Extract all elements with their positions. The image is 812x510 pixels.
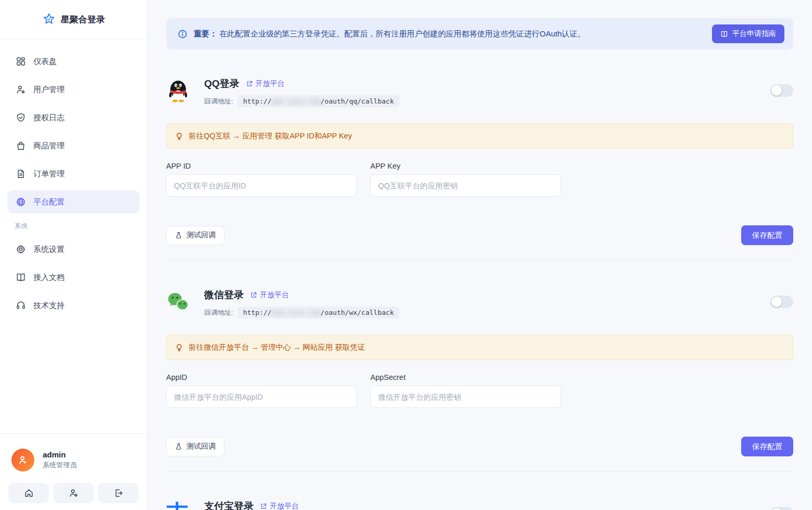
external-link-icon [246,80,253,87]
nav-section-label: 系统 [15,222,140,231]
sidebar-item-users[interactable]: 用户管理 [7,78,140,101]
toggle-knob [771,508,782,510]
qq-open-platform-link[interactable]: 开放平台 [246,79,285,88]
flask-icon [175,232,182,239]
banner-body: 在此配置企业级的第三方登录凭证。配置后，所有注册用户创建的应用都将使用这些凭证进… [219,29,585,38]
user-gear-icon [16,84,26,95]
sidebar-item-label: 授权日志 [33,113,65,123]
user-card: admin 系统管理员 [8,449,139,471]
wechat-appsecret-input[interactable] [370,386,561,408]
wechat-test-callback-button[interactable]: 测试回调 [166,437,224,456]
logout-icon [114,488,123,498]
platform-guide-button[interactable]: 平台申请指南 [712,24,784,43]
qq-appid-label: APP ID [166,162,357,170]
flask-icon [175,443,182,450]
platform-card-alipay: 支 支付宝登录 开放平台 [166,472,793,510]
document-icon [16,169,26,179]
qq-appid-input[interactable] [166,174,357,197]
qq-appkey-input[interactable] [370,174,561,197]
alipay-logo-icon: 支 [166,501,190,510]
alipay-open-platform-link[interactable]: 开放平台 [260,502,299,510]
alipay-enable-toggle[interactable] [770,507,793,510]
guide-button-label: 平台申请指南 [732,29,776,39]
shopping-bag-icon [16,141,26,151]
wechat-callback-url: http://www.xxxx.com/oauth/wx/callback [238,307,400,318]
star-logo-icon [42,12,56,26]
toggle-knob [771,85,782,96]
main-content: 重要：在此配置企业级的第三方登录凭证。配置后，所有注册用户创建的应用都将使用这些… [147,0,812,510]
important-banner: 重要：在此配置企业级的第三方登录凭证。配置后，所有注册用户创建的应用都将使用这些… [166,18,793,49]
sidebar-item-support[interactable]: 技术支持 [7,294,140,317]
sidebar-item-label: 订单管理 [33,169,65,179]
blurred-domain: www.xxxx.com [271,97,320,105]
wechat-enable-toggle[interactable] [770,296,793,308]
wechat-appid-input[interactable] [166,386,357,408]
sidebar: 星聚合登录 仪表盘 用户管理 [0,0,147,510]
sidebar-footer: admin 系统管理员 [0,434,147,510]
blurred-domain: www.xxxx.com [271,309,320,316]
qq-test-callback-button[interactable]: 测试回调 [166,226,224,245]
sidebar-item-label: 用户管理 [33,85,65,95]
book-icon [720,30,728,38]
platform-card-qq: QQ登录 开放平台 回调地址: http://www.xxxx [166,49,793,261]
qq-logo-icon [166,79,190,103]
user-name: admin [43,450,77,459]
qq-save-config-button[interactable]: 保存配置 [741,225,793,245]
sidebar-item-system-settings[interactable]: 系统设置 [7,238,140,261]
sidebar-item-label: 系统设置 [33,245,65,254]
qq-tip: 前往QQ互联 → 应用管理 获取APP ID和APP Key [166,123,793,149]
shield-check-icon [16,112,26,123]
info-icon [178,29,188,39]
home-icon [24,488,34,498]
sidebar-item-docs[interactable]: 接入文档 [7,266,140,289]
sidebar-item-dashboard[interactable]: 仪表盘 [7,50,140,73]
sidebar-item-label: 技术支持 [33,301,65,311]
sidebar-item-label: 接入文档 [33,273,65,283]
sidebar-item-label: 仪表盘 [33,57,57,67]
wechat-tip: 前往微信开放平台 → 管理中心 → 网站应用 获取凭证 [166,335,793,360]
wechat-title: 微信登录 [204,288,244,302]
sidebar-item-orders[interactable]: 订单管理 [7,162,140,185]
open-book-icon [16,272,26,283]
sidebar-nav: 仪表盘 用户管理 授权日志 [0,39,147,434]
wechat-appid-label: AppID [166,373,357,381]
sidebar-item-label: 商品管理 [33,141,65,151]
qq-appkey-label: APP Key [370,162,561,170]
alipay-title: 支付宝登录 [204,500,254,510]
wechat-appsecret-label: AppSecret [370,373,561,381]
wechat-save-config-button[interactable]: 保存配置 [741,437,793,456]
avatar [11,449,34,471]
wechat-open-platform-link[interactable]: 开放平台 [250,290,289,300]
external-link-icon [250,291,257,299]
gear-icon [16,244,26,254]
sidebar-item-products[interactable]: 商品管理 [7,134,140,157]
qq-callback-url: http://www.xxxx.com/oauth/qq/callback [238,95,400,107]
lightbulb-icon [175,343,183,352]
callback-label: 回调地址: [204,308,233,317]
qq-title: QQ登录 [204,77,240,91]
home-button[interactable] [8,483,49,503]
toggle-knob [771,297,782,307]
user-gear-icon [69,488,79,498]
headset-icon [16,300,26,311]
account-button[interactable] [53,483,94,503]
qq-enable-toggle[interactable] [770,84,793,97]
callback-label: 回调地址: [204,97,233,106]
sidebar-item-platform-config[interactable]: 平台配置 [7,190,140,213]
banner-bold: 重要： [194,29,217,38]
logout-button[interactable] [98,483,139,503]
user-role: 系统管理员 [43,461,77,470]
banner-text: 重要：在此配置企业级的第三方登录凭证。配置后，所有注册用户创建的应用都将使用这些… [194,29,706,39]
app-title: 星聚合登录 [61,14,105,26]
sidebar-item-auth-logs[interactable]: 授权日志 [7,106,140,129]
external-link-icon [260,503,267,510]
dashboard-grid-icon [16,56,26,67]
sidebar-item-label: 平台配置 [33,197,65,207]
platform-card-wechat: 微信登录 开放平台 回调地址: http://www.xxxx [166,261,793,472]
wechat-logo-icon [166,290,190,314]
globe-icon [16,197,26,207]
lightbulb-icon [175,132,183,141]
logo: 星聚合登录 [0,0,147,39]
